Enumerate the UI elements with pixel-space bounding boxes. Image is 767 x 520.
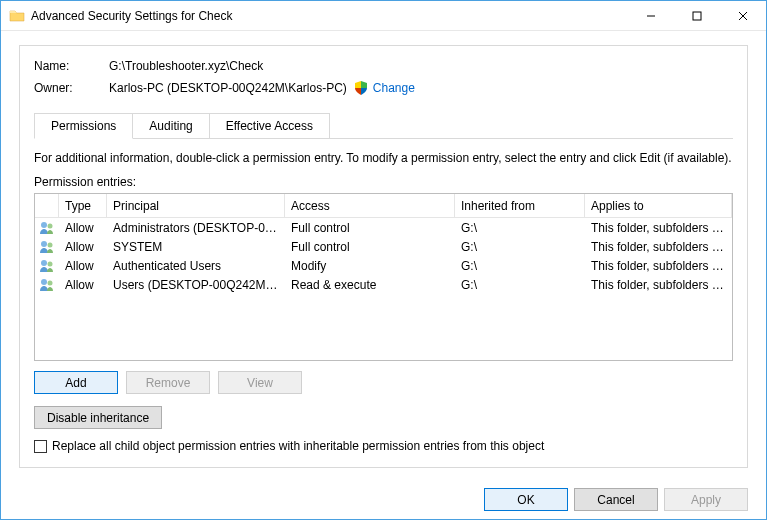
svg-point-4	[41, 222, 47, 228]
owner-value: Karlos-PC (DESKTOP-00Q242M\Karlos-PC)	[109, 81, 347, 95]
col-principal[interactable]: Principal	[107, 194, 285, 217]
window: Advanced Security Settings for Check Nam…	[0, 0, 767, 520]
cell-inherited: G:\	[455, 218, 585, 238]
ok-button[interactable]: OK	[484, 488, 568, 511]
permission-list[interactable]: Type Principal Access Inherited from App…	[34, 193, 733, 361]
users-icon	[39, 277, 55, 293]
inner-panel: Name: G:\Troubleshooter.xyz\Check Owner:…	[19, 45, 748, 468]
dialog-footer: OK Cancel Apply	[1, 478, 766, 520]
svg-point-6	[41, 241, 47, 247]
table-row[interactable]: AllowSYSTEMFull controlG:\This folder, s…	[35, 237, 732, 256]
cell-applies: This folder, subfolders and files	[585, 275, 732, 295]
cell-applies: This folder, subfolders and files	[585, 256, 732, 276]
folder-icon	[9, 8, 25, 24]
window-title: Advanced Security Settings for Check	[31, 9, 628, 23]
titlebar: Advanced Security Settings for Check	[1, 1, 766, 31]
content: Name: G:\Troubleshooter.xyz\Check Owner:…	[1, 31, 766, 478]
close-icon	[738, 11, 748, 21]
cell-access: Full control	[285, 218, 455, 238]
svg-point-9	[48, 261, 53, 266]
cell-inherited: G:\	[455, 256, 585, 276]
table-row[interactable]: AllowAuthenticated UsersModifyG:\This fo…	[35, 256, 732, 275]
cell-access: Modify	[285, 256, 455, 276]
cell-applies: This folder, subfolders and files	[585, 237, 732, 257]
view-button: View	[218, 371, 302, 394]
list-header: Type Principal Access Inherited from App…	[35, 194, 732, 218]
table-row[interactable]: AllowUsers (DESKTOP-00Q242M\Us...Read & …	[35, 275, 732, 294]
name-label: Name:	[34, 59, 109, 73]
svg-rect-1	[693, 12, 701, 20]
cell-principal: Authenticated Users	[107, 256, 285, 276]
remove-button: Remove	[126, 371, 210, 394]
tab-effective[interactable]: Effective Access	[209, 113, 330, 139]
change-link[interactable]: Change	[373, 81, 415, 95]
maximize-button[interactable]	[674, 1, 720, 30]
col-type[interactable]: Type	[59, 194, 107, 217]
users-icon	[39, 258, 55, 274]
cell-principal: Users (DESKTOP-00Q242M\Us...	[107, 275, 285, 295]
replace-checkbox-label: Replace all child object permission entr…	[52, 439, 544, 453]
apply-button: Apply	[664, 488, 748, 511]
cell-inherited: G:\	[455, 237, 585, 257]
col-applies[interactable]: Applies to	[585, 194, 732, 217]
name-value: G:\Troubleshooter.xyz\Check	[109, 59, 263, 73]
cell-type: Allow	[59, 275, 107, 295]
svg-point-10	[41, 279, 47, 285]
shield-icon	[353, 80, 369, 96]
maximize-icon	[692, 11, 702, 21]
minimize-button[interactable]	[628, 1, 674, 30]
cell-type: Allow	[59, 237, 107, 257]
cell-principal: Administrators (DESKTOP-00...	[107, 218, 285, 238]
close-button[interactable]	[720, 1, 766, 30]
replace-checkbox[interactable]	[34, 440, 47, 453]
tab-auditing[interactable]: Auditing	[132, 113, 209, 139]
users-icon	[39, 239, 55, 255]
cell-principal: SYSTEM	[107, 237, 285, 257]
add-button[interactable]: Add	[34, 371, 118, 394]
svg-point-7	[48, 242, 53, 247]
cancel-button[interactable]: Cancel	[574, 488, 658, 511]
list-label: Permission entries:	[34, 175, 733, 189]
tab-permissions[interactable]: Permissions	[34, 113, 133, 139]
owner-label: Owner:	[34, 81, 109, 95]
svg-point-8	[41, 260, 47, 266]
table-row[interactable]: AllowAdministrators (DESKTOP-00...Full c…	[35, 218, 732, 237]
cell-inherited: G:\	[455, 275, 585, 295]
svg-point-11	[48, 280, 53, 285]
cell-applies: This folder, subfolders and files	[585, 218, 732, 238]
info-text: For additional information, double-click…	[34, 151, 733, 165]
minimize-icon	[646, 11, 656, 21]
users-icon	[39, 220, 55, 236]
cell-type: Allow	[59, 256, 107, 276]
tabs: Permissions Auditing Effective Access	[34, 113, 733, 139]
col-inherited[interactable]: Inherited from	[455, 194, 585, 217]
cell-access: Full control	[285, 237, 455, 257]
col-access[interactable]: Access	[285, 194, 455, 217]
disable-inheritance-button[interactable]: Disable inheritance	[34, 406, 162, 429]
cell-access: Read & execute	[285, 275, 455, 295]
svg-point-5	[48, 223, 53, 228]
cell-type: Allow	[59, 218, 107, 238]
